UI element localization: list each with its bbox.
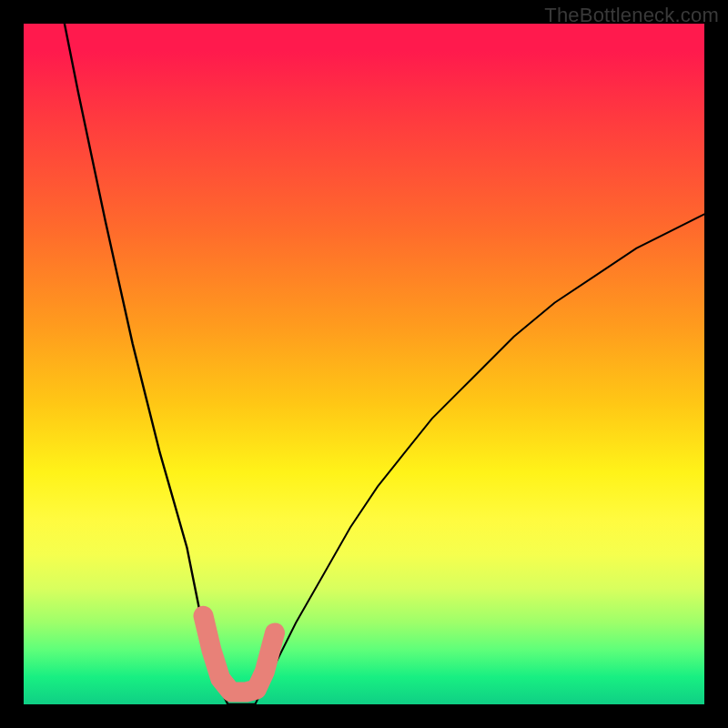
chart-frame: TheBottleneck.com xyxy=(0,0,728,728)
curve-layer xyxy=(65,24,704,704)
lumpy-marker-stroke xyxy=(204,616,276,693)
watermark-text: TheBottleneck.com xyxy=(544,4,719,27)
plot-area xyxy=(24,24,704,704)
marker-layer xyxy=(204,616,276,693)
curve-right-branch xyxy=(255,214,704,704)
curve-left-branch xyxy=(65,24,228,704)
chart-svg xyxy=(24,24,704,704)
